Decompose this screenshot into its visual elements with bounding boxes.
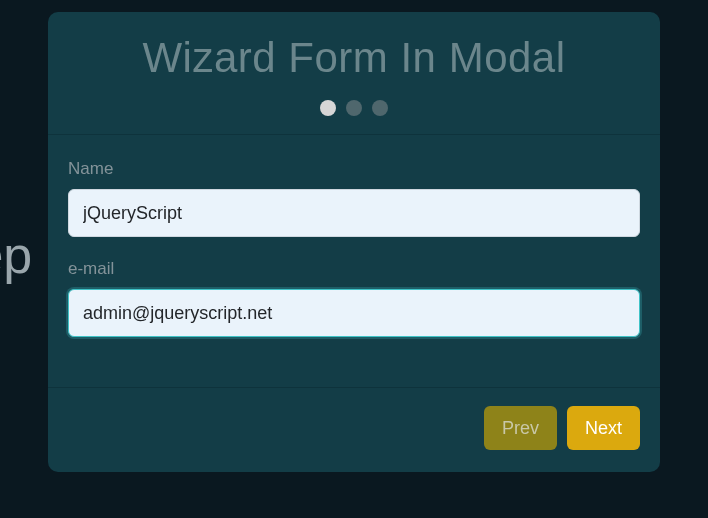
- name-label: Name: [68, 159, 640, 179]
- form-group-name: Name: [68, 159, 640, 237]
- step-dot-3[interactable]: [372, 100, 388, 116]
- modal-title: Wizard Form In Modal: [68, 34, 640, 82]
- modal-body: Name e-mail: [48, 135, 660, 387]
- name-input[interactable]: [68, 189, 640, 237]
- form-group-email: e-mail: [68, 259, 640, 337]
- modal-header: Wizard Form In Modal: [48, 12, 660, 134]
- step-dot-2[interactable]: [346, 100, 362, 116]
- step-dot-1[interactable]: [320, 100, 336, 116]
- wizard-modal: Wizard Form In Modal Name e-mail Prev Ne…: [48, 12, 660, 472]
- next-button[interactable]: Next: [567, 406, 640, 450]
- step-indicator: [68, 100, 640, 116]
- background-partial-text: tep: [0, 225, 32, 285]
- email-input[interactable]: [68, 289, 640, 337]
- prev-button[interactable]: Prev: [484, 406, 557, 450]
- email-label: e-mail: [68, 259, 640, 279]
- modal-footer: Prev Next: [48, 388, 660, 472]
